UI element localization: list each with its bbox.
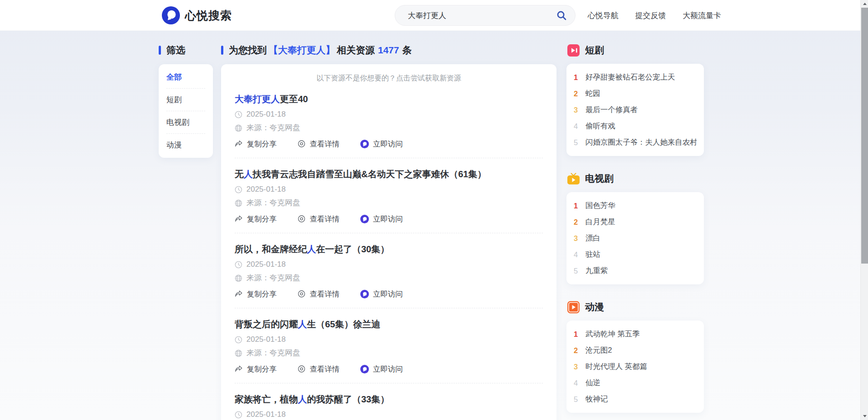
visit-now-label: 立即访问	[373, 364, 403, 374]
nav-link-data-card[interactable]: 大额流量卡	[683, 10, 721, 21]
filter-card: 全部 短剧 电视剧 动漫	[159, 64, 213, 158]
share-arrow-icon	[235, 140, 243, 147]
result-actions: 复制分享 查看详情 立即访问	[235, 289, 543, 299]
refresh-resources-link[interactable]: 以下资源不是你想要的？点击尝试获取新资源	[235, 73, 543, 83]
rank-number: 1	[574, 73, 580, 82]
copy-share-button[interactable]: 复制分享	[235, 214, 277, 224]
copy-share-button[interactable]: 复制分享	[235, 139, 277, 149]
rank-number: 2	[574, 90, 580, 98]
share-arrow-icon	[235, 290, 243, 297]
filter-item-anime[interactable]: 动漫	[166, 134, 205, 156]
filter-item-short-drama[interactable]: 短剧	[166, 89, 205, 111]
title-text: 生（65集）徐兰迪	[307, 319, 380, 329]
visit-now-button[interactable]: 立即访问	[360, 364, 403, 374]
ranking-item[interactable]: 1好孕甜妻被钻石老公宠上天	[566, 69, 704, 85]
eye-icon	[297, 140, 306, 148]
ranking-card: 1国色芳华 2白月梵星 3漂白 4驻站 5九重紫	[566, 192, 704, 284]
view-details-button[interactable]: 查看详情	[297, 139, 340, 149]
ranking-section-anime: 动漫 1武动乾坤 第五季 2沧元图2 3时光代理人 英都篇 4仙逆 5牧神记	[566, 300, 704, 413]
copy-share-label: 复制分享	[247, 214, 277, 224]
result-actions: 复制分享 查看详情 立即访问	[235, 214, 543, 224]
eye-icon	[297, 215, 306, 223]
nav-link-feedback[interactable]: 提交反馈	[635, 10, 666, 21]
result-title-link[interactable]: 家族将亡，植物人的我苏醒了（33集）	[235, 393, 543, 405]
tv-icon	[567, 173, 580, 185]
result-item: 所以，和金牌经纪人在一起了（30集） 2025-01-18 来源：夸克网盘 复制…	[235, 233, 543, 308]
copy-share-button[interactable]: 复制分享	[235, 289, 277, 299]
share-arrow-icon	[235, 365, 243, 373]
visit-now-label: 立即访问	[373, 214, 403, 224]
globe-icon	[235, 349, 242, 357]
rank-number: 4	[574, 250, 580, 259]
results-card: 以下资源不是你想要的？点击尝试获取新资源 大奉打更人更至40 2025-01-1…	[221, 64, 557, 420]
rank-number: 5	[574, 395, 580, 404]
rank-item-label: 九重紫	[585, 266, 608, 276]
result-item: 家族将亡，植物人的我苏醒了（33集） 2025-01-18	[235, 383, 543, 420]
result-title-link[interactable]: 无人扶我青云志我自踏雪至山巅&名动天下之家事难休（61集）	[235, 168, 543, 180]
ranking-item[interactable]: 5九重紫	[566, 263, 704, 279]
ranking-item[interactable]: 5牧神记	[566, 391, 704, 407]
filter-item-tv-drama[interactable]: 电视剧	[166, 111, 205, 134]
result-title-link[interactable]: 大奉打更人更至40	[235, 93, 543, 105]
ranking-item[interactable]: 3最后一个修真者	[566, 102, 704, 118]
brand-logo[interactable]: 心悦搜索	[162, 6, 232, 24]
results-section-head: 为您找到 【大奉打更人】 相关资源 1477 条	[221, 43, 557, 57]
search-icon	[556, 10, 568, 21]
filter-item-all[interactable]: 全部	[166, 66, 205, 89]
result-source: 来源：夸克网盘	[246, 198, 300, 208]
result-item: 无人扶我青云志我自踏雪至山巅&名动天下之家事难休（61集） 2025-01-18…	[235, 158, 543, 233]
view-details-button[interactable]: 查看详情	[297, 214, 340, 224]
search-input[interactable]	[408, 11, 556, 20]
result-date: 2025-01-18	[246, 260, 286, 269]
search-button[interactable]	[556, 9, 568, 21]
title-text: 的我苏醒了（33集）	[307, 394, 389, 404]
clock-icon	[235, 336, 242, 344]
visit-now-button[interactable]: 立即访问	[360, 214, 403, 224]
ranking-item[interactable]: 1国色芳华	[566, 198, 704, 214]
ranking-item[interactable]: 1武动乾坤 第五季	[566, 326, 704, 342]
ranking-item[interactable]: 3时光代理人 英都篇	[566, 359, 704, 375]
ranking-item[interactable]: 4驻站	[566, 246, 704, 263]
rank-item-label: 武动乾坤 第五季	[585, 329, 640, 339]
scrollbar-thumb[interactable]	[861, 8, 868, 264]
title-text: 更至40	[280, 94, 308, 104]
ranking-section-tv-drama: 电视剧 1国色芳华 2白月梵星 3漂白 4驻站 5九重紫	[566, 172, 704, 284]
scroll-up-arrow-icon[interactable]	[861, 0, 868, 8]
title-text: 背叛之后的闪耀	[235, 319, 298, 329]
visit-now-button[interactable]: 立即访问	[360, 139, 403, 149]
visit-now-button[interactable]: 立即访问	[360, 289, 403, 299]
scroll-down-arrow-icon[interactable]	[861, 412, 868, 420]
view-details-label: 查看详情	[310, 364, 340, 374]
ranking-item[interactable]: 5闪婚京圈太子爷：夫人她来自农村	[566, 134, 704, 151]
rank-item-label: 沧元图2	[585, 345, 612, 355]
result-actions: 复制分享 查看详情 立即访问	[235, 139, 543, 149]
copy-share-button[interactable]: 复制分享	[235, 364, 277, 374]
vertical-scrollbar[interactable]	[860, 0, 868, 420]
result-title-link[interactable]: 所以，和金牌经纪人在一起了（30集）	[235, 243, 543, 255]
result-source: 来源：夸克网盘	[246, 349, 300, 358]
rank-number: 2	[574, 346, 580, 355]
view-details-button[interactable]: 查看详情	[297, 289, 340, 299]
title-keyword-highlight: 大奉打更人	[235, 94, 280, 104]
ranking-item[interactable]: 4偷听有戏	[566, 118, 704, 134]
rank-item-label: 最后一个修真者	[585, 105, 638, 115]
rank-number: 5	[574, 267, 580, 275]
rank-number: 1	[574, 330, 580, 339]
result-date: 2025-01-18	[246, 410, 286, 419]
filter-sidebar: 筛选 全部 短剧 电视剧 动漫	[159, 43, 213, 158]
ranking-item[interactable]: 3漂白	[566, 230, 704, 246]
ranking-head: 电视剧	[566, 172, 704, 185]
result-title-link[interactable]: 背叛之后的闪耀人生（65集）徐兰迪	[235, 318, 543, 330]
title-text: 家族将亡，植物	[235, 394, 298, 404]
view-details-button[interactable]: 查看详情	[297, 364, 340, 374]
ranking-item[interactable]: 4仙逆	[566, 375, 704, 391]
title-keyword-highlight: 人	[307, 244, 316, 254]
ranking-item[interactable]: 2沧元图2	[566, 342, 704, 359]
rank-number: 4	[574, 379, 580, 387]
ranking-item[interactable]: 2蛇园	[566, 85, 704, 102]
nav-link-navigation[interactable]: 心悦导航	[588, 10, 618, 21]
search-box	[395, 5, 576, 26]
clock-icon	[235, 411, 242, 419]
view-details-label: 查看详情	[310, 289, 340, 299]
ranking-item[interactable]: 2白月梵星	[566, 214, 704, 230]
